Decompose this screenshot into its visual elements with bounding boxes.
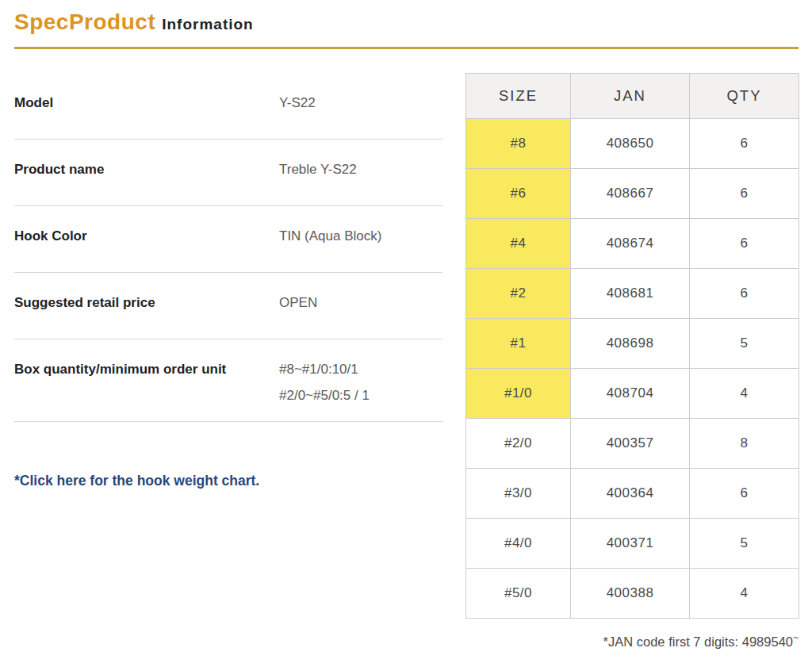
content-area: ModelY-S22Product nameTreble Y-S22Hook C… [14, 73, 799, 650]
qty-cell: 4 [690, 569, 799, 619]
size-table-column: SIZE JAN QTY #84086506#64086676#44086746… [465, 73, 799, 650]
qty-cell: 4 [690, 369, 799, 419]
qty-cell: 6 [690, 219, 799, 269]
table-row: #84086506 [466, 119, 799, 169]
spec-row: Suggested retail priceOPEN [14, 273, 442, 339]
spec-label: Model [14, 94, 279, 116]
jan-code-footnote-tilde: ~ [793, 632, 799, 643]
jan-cell: 408681 [571, 269, 690, 319]
table-row: #4/04003715 [466, 519, 799, 569]
spec-list: ModelY-S22Product nameTreble Y-S22Hook C… [14, 73, 442, 422]
spec-label: Product name [14, 160, 279, 182]
title-divider-rule [14, 47, 799, 49]
size-cell: #4 [466, 219, 571, 269]
size-cell: #2/0 [466, 419, 571, 469]
qty-cell: 5 [690, 319, 799, 369]
size-cell: #5/0 [466, 569, 571, 619]
spec-value-line: #8~#1/0:10/1 [279, 356, 370, 382]
spec-value-line: Y-S22 [279, 90, 316, 116]
spec-label: Hook Color [14, 227, 279, 249]
size-table-body: #84086506#64086676#44086746#24086816#140… [466, 119, 799, 619]
jan-code-footnote-text: *JAN code first 7 digits: 4989540 [603, 634, 793, 649]
qty-cell: 8 [690, 419, 799, 469]
page-title-rest: Information [162, 12, 254, 37]
spec-value: #8~#1/0:10/1#2/0~#5/0:5 / 1 [279, 356, 370, 408]
table-row: #14086985 [466, 319, 799, 369]
table-row: #64086676 [466, 169, 799, 219]
spec-label: Suggested retail price [14, 293, 279, 316]
jan-cell: 400364 [571, 469, 690, 519]
spec-value: TIN (Aqua Block) [279, 223, 381, 249]
jan-cell: 400371 [571, 519, 690, 569]
size-cell: #1/0 [466, 369, 571, 419]
size-cell: #3/0 [466, 469, 571, 519]
size-column-header: SIZE [466, 74, 571, 119]
size-cell: #8 [466, 119, 571, 169]
jan-cell: 408674 [571, 219, 690, 269]
jan-cell: 400388 [571, 569, 690, 619]
table-row: #1/04087044 [466, 369, 799, 419]
qty-cell: 6 [690, 169, 799, 219]
size-cell: #6 [466, 169, 571, 219]
size-jan-qty-table: SIZE JAN QTY #84086506#64086676#44086746… [465, 73, 799, 619]
size-cell: #4/0 [466, 519, 571, 569]
table-row: #2/04003578 [466, 419, 799, 469]
qty-column-header: QTY [690, 74, 799, 119]
jan-cell: 408667 [571, 169, 690, 219]
spec-row: Box quantity/minimum order unit#8~#1/0:1… [14, 339, 442, 422]
spec-value: OPEN [279, 289, 317, 316]
table-header-row: SIZE JAN QTY [466, 74, 799, 119]
size-cell: #1 [466, 319, 571, 369]
spec-value-line: #2/0~#5/0:5 / 1 [279, 382, 370, 408]
spec-row: ModelY-S22 [14, 73, 442, 140]
jan-cell: 400357 [571, 419, 690, 469]
spec-value: Y-S22 [279, 90, 316, 116]
table-row: #24086816 [466, 269, 799, 319]
spec-column: ModelY-S22Product nameTreble Y-S22Hook C… [14, 73, 442, 489]
spec-value: Treble Y-S22 [279, 156, 357, 182]
table-row: #3/04003646 [466, 469, 799, 519]
hook-weight-chart-link[interactable]: *Click here for the hook weight chart. [14, 473, 259, 489]
table-row: #44086746 [466, 219, 799, 269]
spec-label: Box quantity/minimum order unit [14, 360, 279, 408]
qty-cell: 5 [690, 519, 799, 569]
jan-code-footnote: *JAN code first 7 digits: 4989540~ [465, 632, 799, 650]
spec-row: Hook ColorTIN (Aqua Block) [14, 206, 442, 273]
qty-cell: 6 [690, 469, 799, 519]
spec-value-line: OPEN [279, 289, 317, 316]
page-title: SpecProduct Information [14, 10, 799, 37]
page-title-accent: SpecProduct [14, 10, 155, 35]
product-spec-page: SpecProduct Information ModelY-S22Produc… [0, 0, 812, 667]
qty-cell: 6 [690, 269, 799, 319]
spec-value-line: Treble Y-S22 [279, 156, 357, 182]
jan-column-header: JAN [571, 74, 690, 119]
jan-cell: 408650 [571, 119, 690, 169]
qty-cell: 6 [690, 119, 799, 169]
size-cell: #2 [466, 269, 571, 319]
spec-value-line: TIN (Aqua Block) [279, 223, 381, 249]
table-row: #5/04003884 [466, 569, 799, 619]
jan-cell: 408704 [571, 369, 690, 419]
jan-cell: 408698 [571, 319, 690, 369]
spec-row: Product nameTreble Y-S22 [14, 140, 442, 206]
